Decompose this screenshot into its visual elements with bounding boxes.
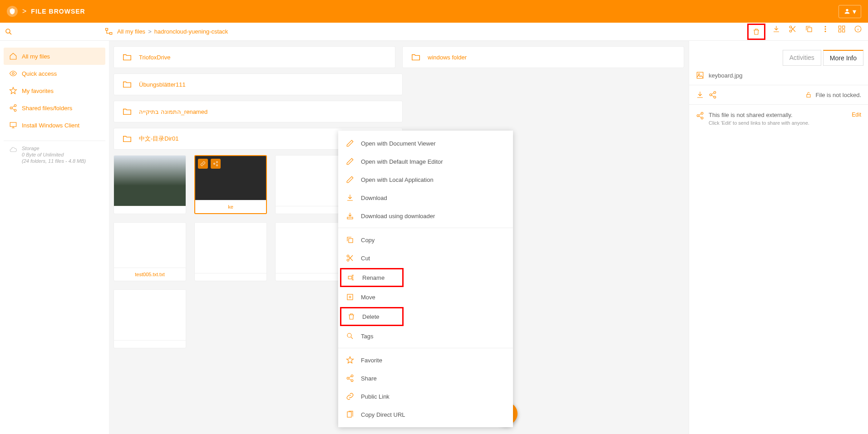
menu-item-open-with-document-viewer[interactable]: Open with Document Viewer: [338, 134, 513, 152]
sidebar-item-install[interactable]: Install Windows Client: [4, 117, 105, 134]
svg-point-44: [701, 117, 703, 119]
menu-item-tags[interactable]: Tags: [338, 327, 513, 345]
folder-icon: [121, 107, 133, 117]
menu-item-cut[interactable]: Cut: [338, 249, 513, 267]
menu-item-copy-direct-url[interactable]: Copy Direct URL: [338, 405, 513, 424]
delete-icon: [347, 312, 356, 321]
svg-point-21: [217, 161, 218, 163]
svg-line-31: [351, 337, 353, 339]
share-icon[interactable]: [211, 159, 221, 169]
file-card[interactable]: [113, 289, 186, 348]
menu-item-rename[interactable]: Rename: [340, 268, 404, 287]
svg-point-1: [6, 29, 10, 33]
menu-item-label: Share: [361, 375, 377, 382]
breadcrumb-current[interactable]: hadroncloud-yuening-cstack: [154, 28, 228, 35]
svg-point-5: [789, 30, 792, 32]
file-thumbnail: [114, 156, 186, 206]
sidebar-item-quick-access[interactable]: Quick access: [4, 65, 105, 82]
file-card[interactable]: [275, 222, 348, 281]
pencil-icon: [345, 157, 355, 166]
breadcrumb-sep: >: [148, 28, 152, 35]
svg-point-18: [10, 107, 12, 109]
context-menu: Open with Document ViewerOpen with Defau…: [338, 131, 513, 427]
menu-item-copy[interactable]: Copy: [338, 231, 513, 249]
download-icon: [345, 193, 355, 202]
menu-item-public-link[interactable]: Public Link: [338, 387, 513, 405]
copy-icon: [805, 25, 813, 33]
sidebar-divider: [4, 141, 105, 141]
scissors-icon: [789, 25, 797, 33]
folder-card[interactable]: Übungsblätter111: [113, 73, 403, 95]
file-card[interactable]: test005.txt.txt: [113, 222, 186, 281]
sidebar-item-all-files[interactable]: All my files: [4, 48, 105, 65]
share-icon: [696, 112, 704, 120]
edit-share-button[interactable]: Edit: [852, 112, 861, 118]
header-title: FILE BROWSER: [31, 8, 85, 15]
folder-name: Übungsblätter111: [139, 81, 186, 88]
delete-button[interactable]: [747, 24, 765, 40]
storage-line1: 0 Byte of Unlimited: [22, 152, 86, 157]
menu-item-move[interactable]: Move: [338, 288, 513, 306]
folder-card[interactable]: windows folder: [402, 46, 684, 68]
menu-item-favorite[interactable]: Favorite: [338, 351, 513, 369]
header-left: > FILE BROWSER: [7, 6, 85, 17]
file-thumbnail: [276, 156, 347, 206]
grid-icon: [838, 25, 846, 33]
tab-activities[interactable]: Activities: [783, 50, 821, 66]
sidebar-item-favorites[interactable]: My favorites: [4, 82, 105, 99]
menu-item-open-with-local-application[interactable]: Open with Local Application: [338, 171, 513, 189]
svg-point-33: [347, 377, 349, 380]
move-icon: [345, 293, 355, 302]
folder-name: 中文-目录Dir01: [139, 135, 178, 143]
file-card[interactable]: ke: [194, 155, 267, 214]
menu-item-label: Open with Local Application: [361, 176, 434, 183]
pencil-icon: [345, 175, 355, 184]
more-button[interactable]: [820, 24, 831, 34]
breadcrumb-container: All my files > hadroncloud-yuening-cstac…: [104, 27, 747, 36]
sidebar-item-shared[interactable]: Shared files/folders: [4, 99, 105, 117]
user-menu[interactable]: ▾: [838, 5, 861, 18]
download-button[interactable]: [771, 24, 782, 34]
breadcrumb-root[interactable]: All my files: [117, 28, 145, 35]
download-icon[interactable]: [696, 91, 704, 99]
link-icon[interactable]: [198, 159, 208, 169]
menu-item-delete[interactable]: Delete: [340, 307, 404, 326]
menu-item-download-using-downloader[interactable]: Download using downloader: [338, 207, 513, 225]
storage-title: Storage: [22, 146, 86, 151]
search-icon: [5, 28, 13, 36]
cut-button[interactable]: [787, 24, 798, 34]
file-card[interactable]: [275, 155, 348, 214]
svg-point-19: [14, 109, 16, 112]
tab-more-info[interactable]: More Info: [823, 50, 863, 66]
folder-icon: [121, 52, 133, 62]
view-button[interactable]: [836, 24, 847, 34]
svg-point-39: [710, 94, 712, 96]
svg-point-22: [214, 163, 215, 165]
share-icon[interactable]: [709, 91, 717, 99]
link-icon: [345, 392, 355, 401]
folder-card[interactable]: TriofoxDrive: [113, 46, 395, 68]
menu-item-share[interactable]: Share: [338, 369, 513, 387]
menu-item-label: Tags: [361, 333, 373, 340]
svg-point-37: [698, 73, 700, 75]
folder-card[interactable]: התמונה בתיקייה_renamed: [113, 101, 403, 122]
menu-item-download[interactable]: Download: [338, 189, 513, 207]
file-name: [276, 206, 347, 214]
copy-button[interactable]: [804, 24, 814, 34]
more-vertical-icon: [821, 25, 829, 33]
file-name: [114, 206, 186, 214]
svg-rect-14: [843, 29, 845, 32]
menu-item-open-with-default-image-editor[interactable]: Open with Default Image Editor: [338, 152, 513, 171]
svg-rect-41: [807, 94, 810, 97]
file-card[interactable]: [194, 222, 267, 281]
menu-item-label: Download: [361, 195, 387, 201]
file-thumbnail: [195, 156, 266, 200]
copy-url-icon: [345, 410, 355, 419]
file-card[interactable]: [113, 155, 186, 214]
svg-rect-3: [106, 28, 108, 30]
tree-icon[interactable]: [104, 27, 113, 36]
search-box[interactable]: [5, 28, 104, 36]
info-button[interactable]: [853, 24, 863, 34]
svg-rect-11: [838, 26, 841, 28]
file-thumbnail: [114, 223, 186, 268]
